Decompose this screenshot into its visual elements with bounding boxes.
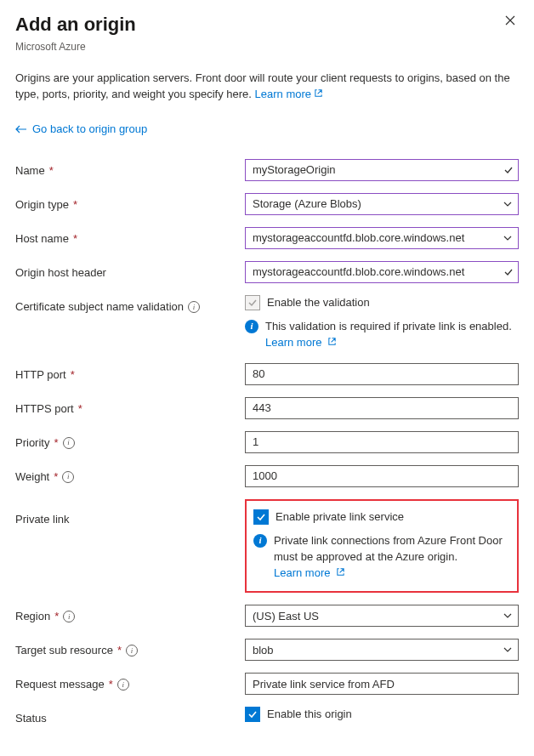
- back-to-origin-group-link[interactable]: Go back to origin group: [15, 122, 519, 137]
- origin-host-header-input[interactable]: [245, 261, 519, 283]
- cert-validation-learn-more-link[interactable]: Learn more: [265, 336, 337, 349]
- close-icon: [505, 15, 515, 26]
- priority-input[interactable]: [245, 431, 519, 453]
- name-label: Name *: [15, 159, 245, 179]
- priority-label: Priority * i: [15, 431, 245, 451]
- panel-title: Add an origin: [15, 12, 136, 38]
- close-button[interactable]: [502, 12, 519, 29]
- info-icon[interactable]: i: [188, 301, 200, 313]
- arrow-left-icon: [15, 125, 27, 134]
- host-name-label: Host name *: [15, 227, 245, 247]
- external-link-icon: [314, 88, 323, 98]
- https-port-label: HTTPS port *: [15, 397, 245, 417]
- status-checkbox-label: Enable this origin: [267, 707, 352, 722]
- status-checkbox[interactable]: [245, 707, 260, 722]
- origin-host-header-label: Origin host header: [15, 261, 245, 281]
- private-link-label: Private link: [15, 499, 245, 527]
- region-select[interactable]: [245, 605, 519, 627]
- status-label: Status: [15, 707, 245, 726]
- origin-type-select[interactable]: [245, 193, 519, 215]
- host-name-select[interactable]: [245, 227, 519, 249]
- request-message-label: Request message * i: [15, 673, 245, 692]
- private-link-info-text: Private link connections from Azure Fron…: [274, 533, 510, 582]
- cert-validation-checkbox: [245, 295, 260, 310]
- request-message-input[interactable]: [245, 673, 519, 695]
- name-input[interactable]: [245, 159, 519, 181]
- private-link-checkbox-label: Enable private link service: [276, 509, 404, 525]
- panel-description: Origins are your application servers. Fr…: [15, 70, 519, 103]
- back-link-label: Go back to origin group: [32, 122, 147, 137]
- info-icon[interactable]: i: [63, 437, 75, 449]
- info-solid-icon: i: [253, 534, 267, 548]
- target-sub-resource-label: Target sub resource * i: [15, 639, 245, 658]
- https-port-input[interactable]: [245, 397, 519, 419]
- private-link-checkbox[interactable]: [253, 509, 269, 525]
- target-sub-resource-select[interactable]: [245, 639, 519, 661]
- private-link-learn-more-link[interactable]: Learn more: [274, 566, 345, 579]
- info-solid-icon: i: [245, 320, 258, 333]
- http-port-label: HTTP port *: [15, 363, 245, 383]
- cert-validation-label: Certificate subject name validation i: [15, 295, 245, 315]
- info-icon[interactable]: i: [63, 611, 75, 622]
- weight-input[interactable]: [245, 465, 519, 487]
- info-icon[interactable]: i: [126, 645, 138, 657]
- weight-label: Weight * i: [15, 465, 245, 485]
- info-icon[interactable]: i: [62, 471, 74, 483]
- external-link-icon: [336, 567, 345, 577]
- http-port-input[interactable]: [245, 363, 519, 385]
- info-icon[interactable]: i: [117, 679, 129, 691]
- description-learn-more-link[interactable]: Learn more: [255, 88, 323, 100]
- panel-header: Add an origin Microsoft Azure: [15, 12, 519, 54]
- panel-subtitle: Microsoft Azure: [15, 40, 136, 54]
- cert-validation-checkbox-label: Enable the validation: [267, 295, 370, 310]
- region-label: Region * i: [15, 605, 245, 624]
- private-link-highlight-box: Enable private link service i Private li…: [245, 499, 519, 594]
- cert-validation-info-text: This validation is required if private l…: [265, 319, 519, 351]
- origin-type-label: Origin type *: [15, 193, 245, 213]
- external-link-icon: [327, 337, 337, 346]
